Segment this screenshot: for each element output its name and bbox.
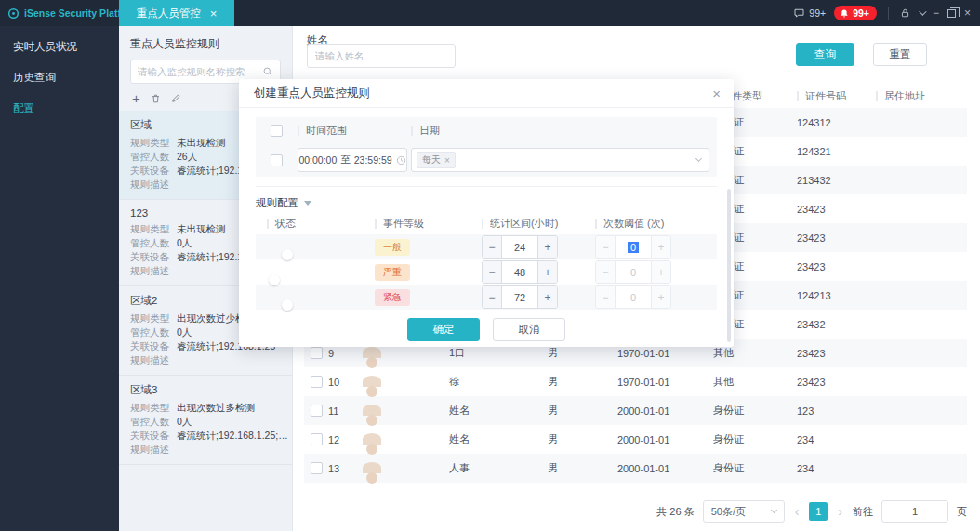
time-table-header: 时间范围 日期 xyxy=(256,117,717,143)
modal-buttons: 确定 取消 xyxy=(256,318,717,341)
rule-type-label: 规则类型 xyxy=(130,136,169,150)
tab-label: 重点人员管控 xyxy=(137,7,201,20)
query-button[interactable]: 查询 xyxy=(796,43,854,66)
stepper-plus[interactable]: + xyxy=(651,261,670,283)
stepper-minus[interactable]: − xyxy=(596,286,616,308)
search-icon[interactable] xyxy=(262,66,273,77)
rules-search-input[interactable] xyxy=(138,66,258,77)
day-tag: 每天 × xyxy=(417,152,456,168)
modal-scrollbar[interactable] xyxy=(727,189,731,342)
edit-rule-icon[interactable] xyxy=(171,93,181,103)
modal-header: 创建重点人员监控规则 × xyxy=(239,79,734,108)
stepper-minus[interactable]: − xyxy=(483,261,502,283)
sidebar: 实时人员状况 历史查询 配置 xyxy=(0,26,119,531)
rule-type-value: 出现次数过多检测 xyxy=(177,401,255,415)
cell-birth: 2000-01-01 xyxy=(617,405,713,417)
cell-id-type: 身份证 xyxy=(713,461,797,475)
chevron-down-icon xyxy=(771,507,777,513)
row-checkbox[interactable] xyxy=(311,433,323,445)
alarm-counter[interactable]: 99+ xyxy=(834,6,877,20)
stepper-value[interactable]: 0 xyxy=(616,261,651,283)
restore-icon[interactable] xyxy=(947,9,956,18)
minimize-icon[interactable]: − xyxy=(933,7,939,19)
chevron-down-icon[interactable] xyxy=(919,7,926,15)
sidebar-item-realtime[interactable]: 实时人员状况 xyxy=(0,32,119,62)
row-checkbox[interactable] xyxy=(271,154,283,166)
message-counter[interactable]: 99+ xyxy=(793,7,826,19)
add-rule-icon[interactable]: + xyxy=(132,91,140,105)
stepper-value[interactable]: 0 xyxy=(616,286,651,308)
stepper-minus[interactable]: − xyxy=(483,286,502,308)
stepper-value[interactable]: 48 xyxy=(502,261,537,283)
goto-page-input[interactable] xyxy=(881,500,948,523)
cell-index: 9 xyxy=(328,348,360,359)
name-filter-input[interactable] xyxy=(307,44,456,68)
lock-icon[interactable] xyxy=(900,7,910,19)
cell-name: 1口 xyxy=(449,346,548,360)
table-row[interactable]: 10 徐 男 1970-01-01 其他 23423 xyxy=(304,367,967,396)
row-checkbox[interactable] xyxy=(311,462,323,474)
tag-close-icon[interactable]: × xyxy=(444,155,450,166)
time-range-header: 时间范围 xyxy=(298,124,411,138)
header-id-number: 证件号码 xyxy=(797,89,876,103)
rule-config-toggle[interactable]: 规则配置 xyxy=(256,193,717,212)
stepper-plus[interactable]: + xyxy=(537,261,557,283)
table-row[interactable]: 11 姓名 男 2000-01-01 身份证 123 xyxy=(304,396,967,425)
next-page-button[interactable]: › xyxy=(836,504,844,519)
stepper-plus[interactable]: + xyxy=(537,286,557,308)
table-row[interactable]: 13 人事 男 2000-01-01 身份证 234 xyxy=(304,454,967,483)
rule-type-label: 规则类型 xyxy=(130,312,169,325)
stepper-value[interactable]: 24 xyxy=(502,236,537,258)
cell-name: 徐 xyxy=(449,375,548,389)
time-from: 00:00:00 xyxy=(298,154,337,166)
selected-value: 0 xyxy=(628,242,639,253)
tab-key-person-control[interactable]: 重点人员管控 × xyxy=(119,0,234,26)
cell-name: 人事 xyxy=(449,461,548,475)
stepper-minus[interactable]: − xyxy=(596,261,616,283)
window-close-icon[interactable]: × xyxy=(964,7,971,19)
person-count-value: 0人 xyxy=(177,415,192,429)
delete-rule-icon[interactable] xyxy=(151,93,161,104)
person-count-label: 管控人数 xyxy=(130,236,169,250)
stepper-value[interactable]: 0 xyxy=(616,236,651,258)
cell-birth: 2000-01-01 xyxy=(617,463,713,474)
cell-id-type: 其他 xyxy=(713,375,797,389)
cell-gender: 男 xyxy=(548,404,617,418)
page-size-select[interactable]: 50条/页 xyxy=(703,500,785,523)
modal-close-icon[interactable]: × xyxy=(712,86,721,100)
app-logo-icon xyxy=(7,7,20,20)
current-page[interactable]: 1 xyxy=(809,502,828,521)
select-all-checkbox[interactable] xyxy=(271,125,283,137)
cancel-button[interactable]: 取消 xyxy=(493,318,565,341)
row-checkbox[interactable] xyxy=(311,405,323,417)
person-count-value: 0人 xyxy=(177,325,192,339)
rule-card-area3[interactable]: 区域3 规则类型出现次数过多检测 管控人数0人 关联设备睿流统计;192.168… xyxy=(119,376,292,465)
row-checkbox[interactable] xyxy=(311,376,323,388)
tab-close-icon[interactable]: × xyxy=(210,7,218,20)
time-range-input[interactable]: 00:00:00 至 23:59:59 xyxy=(298,148,407,172)
date-multiselect[interactable]: 每天 × xyxy=(411,148,709,172)
rule-type-label: 规则类型 xyxy=(130,222,169,236)
threshold-stepper: − 0 + xyxy=(595,235,671,259)
stepper-plus[interactable]: + xyxy=(537,236,557,258)
filter-divider xyxy=(307,73,967,73)
stepper-plus[interactable]: + xyxy=(651,236,670,258)
table-row[interactable]: 12 姓名 男 2000-01-01 身份证 234 xyxy=(304,425,967,454)
sidebar-item-config[interactable]: 配置 xyxy=(0,93,119,124)
cell-id-number: 213432 xyxy=(797,175,876,186)
clock-icon xyxy=(396,155,406,166)
topbar-right: 99+ 99+ − × xyxy=(793,0,980,26)
threshold-stepper: − 0 + xyxy=(595,285,671,309)
stepper-value[interactable]: 72 xyxy=(502,286,537,308)
stepper-minus[interactable]: − xyxy=(483,236,502,258)
row-checkbox[interactable] xyxy=(311,347,323,359)
sidebar-item-history[interactable]: 历史查询 xyxy=(0,62,119,93)
cell-id-number: 23423 xyxy=(797,377,876,388)
prev-page-button[interactable]: ‹ xyxy=(793,504,801,519)
cell-name: 姓名 xyxy=(449,432,548,446)
confirm-button[interactable]: 确定 xyxy=(407,318,480,341)
stepper-minus[interactable]: − xyxy=(596,236,616,258)
cell-id-number: 23432 xyxy=(797,319,876,330)
reset-button[interactable]: 重置 xyxy=(873,43,927,66)
stepper-plus[interactable]: + xyxy=(651,286,670,308)
